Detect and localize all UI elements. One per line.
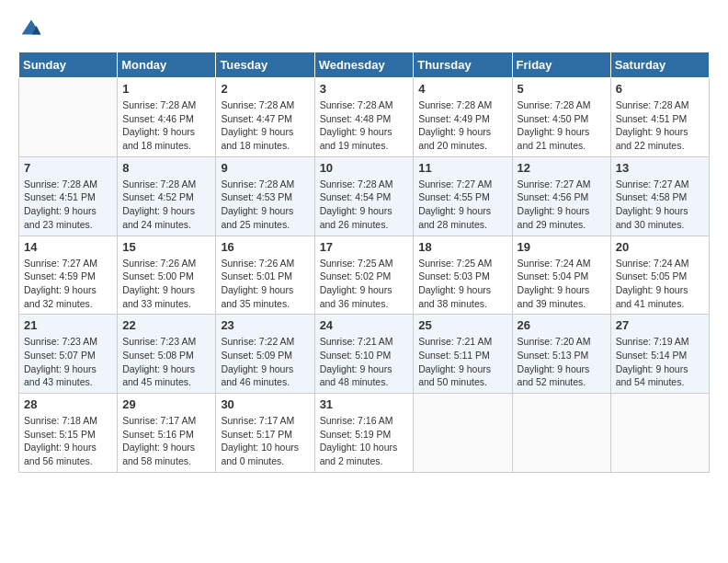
day-info: Sunrise: 7:17 AMSunset: 5:17 PMDaylight:… (221, 414, 309, 468)
day-number: 16 (221, 240, 309, 254)
day-number: 5 (518, 82, 606, 96)
day-info: Sunrise: 7:28 AMSunset: 4:51 PMDaylight:… (24, 178, 112, 232)
day-number: 1 (122, 82, 210, 96)
day-info: Sunrise: 7:27 AMSunset: 4:58 PMDaylight:… (616, 178, 704, 232)
day-info: Sunrise: 7:23 AMSunset: 5:07 PMDaylight:… (24, 335, 112, 389)
day-info: Sunrise: 7:20 AMSunset: 5:13 PMDaylight:… (518, 335, 606, 389)
day-number: 9 (221, 161, 309, 175)
calendar-cell (19, 78, 118, 157)
day-info: Sunrise: 7:19 AMSunset: 5:14 PMDaylight:… (616, 335, 704, 389)
day-number: 21 (24, 318, 112, 332)
day-info: Sunrise: 7:27 AMSunset: 4:59 PMDaylight:… (24, 257, 112, 311)
day-number: 8 (122, 161, 210, 175)
calendar-cell: 6Sunrise: 7:28 AMSunset: 4:51 PMDaylight… (610, 78, 709, 157)
day-number: 28 (24, 397, 112, 411)
day-info: Sunrise: 7:26 AMSunset: 5:00 PMDaylight:… (122, 257, 210, 311)
logo (18, 18, 42, 37)
day-number: 2 (221, 82, 309, 96)
day-info: Sunrise: 7:17 AMSunset: 5:16 PMDaylight:… (122, 414, 210, 468)
weekday-header-thursday: Thursday (414, 52, 512, 78)
logo-icon (20, 18, 42, 40)
day-info: Sunrise: 7:28 AMSunset: 4:51 PMDaylight:… (616, 98, 704, 153)
day-info: Sunrise: 7:23 AMSunset: 5:08 PMDaylight:… (122, 335, 210, 389)
calendar-cell: 21Sunrise: 7:23 AMSunset: 5:07 PMDayligh… (19, 315, 118, 394)
day-info: Sunrise: 7:24 AMSunset: 5:05 PMDaylight:… (616, 257, 704, 311)
day-info: Sunrise: 7:26 AMSunset: 5:01 PMDaylight:… (221, 257, 309, 311)
weekday-header-tuesday: Tuesday (216, 52, 314, 78)
day-info: Sunrise: 7:28 AMSunset: 4:47 PMDaylight:… (221, 98, 309, 153)
weekday-header-saturday: Saturday (610, 52, 709, 78)
day-number: 18 (418, 240, 506, 254)
day-number: 26 (518, 318, 606, 332)
day-number: 30 (221, 397, 309, 411)
calendar-cell: 25Sunrise: 7:21 AMSunset: 5:11 PMDayligh… (414, 315, 512, 394)
calendar-cell: 27Sunrise: 7:19 AMSunset: 5:14 PMDayligh… (610, 315, 709, 394)
day-info: Sunrise: 7:28 AMSunset: 4:50 PMDaylight:… (518, 98, 606, 153)
calendar-cell: 23Sunrise: 7:22 AMSunset: 5:09 PMDayligh… (216, 315, 314, 394)
calendar-cell: 26Sunrise: 7:20 AMSunset: 5:13 PMDayligh… (512, 315, 610, 394)
calendar-cell: 22Sunrise: 7:23 AMSunset: 5:08 PMDayligh… (118, 315, 216, 394)
calendar-cell (414, 394, 512, 473)
weekday-header-sunday: Sunday (19, 52, 118, 78)
day-info: Sunrise: 7:28 AMSunset: 4:53 PMDaylight:… (221, 178, 309, 232)
calendar-cell: 12Sunrise: 7:27 AMSunset: 4:56 PMDayligh… (512, 156, 610, 236)
calendar-cell: 14Sunrise: 7:27 AMSunset: 4:59 PMDayligh… (19, 236, 118, 315)
calendar-cell: 28Sunrise: 7:18 AMSunset: 5:15 PMDayligh… (19, 394, 118, 473)
day-number: 14 (24, 240, 112, 254)
day-info: Sunrise: 7:25 AMSunset: 5:02 PMDaylight:… (320, 257, 409, 311)
calendar-cell: 3Sunrise: 7:28 AMSunset: 4:48 PMDaylight… (314, 78, 414, 157)
day-number: 25 (418, 318, 506, 332)
weekday-header-friday: Friday (512, 52, 610, 78)
calendar-cell: 29Sunrise: 7:17 AMSunset: 5:16 PMDayligh… (118, 394, 216, 473)
calendar-cell: 2Sunrise: 7:28 AMSunset: 4:47 PMDaylight… (216, 78, 314, 157)
day-number: 4 (418, 82, 506, 96)
calendar-cell: 5Sunrise: 7:28 AMSunset: 4:50 PMDaylight… (512, 78, 610, 157)
day-number: 11 (418, 161, 506, 175)
calendar-cell: 20Sunrise: 7:24 AMSunset: 5:05 PMDayligh… (610, 236, 709, 315)
calendar-cell: 31Sunrise: 7:16 AMSunset: 5:19 PMDayligh… (314, 394, 414, 473)
calendar-cell: 30Sunrise: 7:17 AMSunset: 5:17 PMDayligh… (216, 394, 314, 473)
weekday-header-wednesday: Wednesday (314, 52, 414, 78)
calendar-cell: 10Sunrise: 7:28 AMSunset: 4:54 PMDayligh… (314, 156, 414, 236)
calendar-cell (610, 394, 709, 473)
weekday-header-monday: Monday (118, 52, 216, 78)
day-number: 27 (616, 318, 704, 332)
day-info: Sunrise: 7:24 AMSunset: 5:04 PMDaylight:… (518, 257, 606, 311)
calendar-table: SundayMondayTuesdayWednesdayThursdayFrid… (18, 52, 710, 473)
calendar-cell (512, 394, 610, 473)
day-info: Sunrise: 7:18 AMSunset: 5:15 PMDaylight:… (24, 414, 112, 468)
day-info: Sunrise: 7:27 AMSunset: 4:55 PMDaylight:… (418, 178, 506, 232)
page-header (18, 18, 710, 37)
day-number: 13 (616, 161, 704, 175)
day-number: 22 (122, 318, 210, 332)
day-info: Sunrise: 7:22 AMSunset: 5:09 PMDaylight:… (221, 335, 309, 389)
calendar-cell: 17Sunrise: 7:25 AMSunset: 5:02 PMDayligh… (314, 236, 414, 315)
day-number: 24 (320, 318, 409, 332)
day-info: Sunrise: 7:28 AMSunset: 4:52 PMDaylight:… (122, 178, 210, 232)
day-info: Sunrise: 7:28 AMSunset: 4:46 PMDaylight:… (122, 98, 210, 153)
day-number: 6 (616, 82, 704, 96)
day-info: Sunrise: 7:27 AMSunset: 4:56 PMDaylight:… (518, 178, 606, 232)
calendar-cell: 18Sunrise: 7:25 AMSunset: 5:03 PMDayligh… (414, 236, 512, 315)
day-info: Sunrise: 7:21 AMSunset: 5:11 PMDaylight:… (418, 335, 506, 389)
day-number: 15 (122, 240, 210, 254)
day-number: 7 (24, 161, 112, 175)
calendar-cell: 9Sunrise: 7:28 AMSunset: 4:53 PMDaylight… (216, 156, 314, 236)
day-number: 19 (518, 240, 606, 254)
day-number: 29 (122, 397, 210, 411)
day-number: 23 (221, 318, 309, 332)
day-number: 20 (616, 240, 704, 254)
calendar-cell: 1Sunrise: 7:28 AMSunset: 4:46 PMDaylight… (118, 78, 216, 157)
calendar-cell: 24Sunrise: 7:21 AMSunset: 5:10 PMDayligh… (314, 315, 414, 394)
calendar-cell: 11Sunrise: 7:27 AMSunset: 4:55 PMDayligh… (414, 156, 512, 236)
day-info: Sunrise: 7:28 AMSunset: 4:49 PMDaylight:… (418, 98, 506, 153)
day-info: Sunrise: 7:21 AMSunset: 5:10 PMDaylight:… (320, 335, 409, 389)
calendar-cell: 13Sunrise: 7:27 AMSunset: 4:58 PMDayligh… (610, 156, 709, 236)
calendar-cell: 19Sunrise: 7:24 AMSunset: 5:04 PMDayligh… (512, 236, 610, 315)
day-number: 31 (320, 397, 409, 411)
day-info: Sunrise: 7:16 AMSunset: 5:19 PMDaylight:… (320, 414, 409, 468)
calendar-cell: 7Sunrise: 7:28 AMSunset: 4:51 PMDaylight… (19, 156, 118, 236)
day-number: 17 (320, 240, 409, 254)
day-number: 10 (320, 161, 409, 175)
day-info: Sunrise: 7:25 AMSunset: 5:03 PMDaylight:… (418, 257, 506, 311)
